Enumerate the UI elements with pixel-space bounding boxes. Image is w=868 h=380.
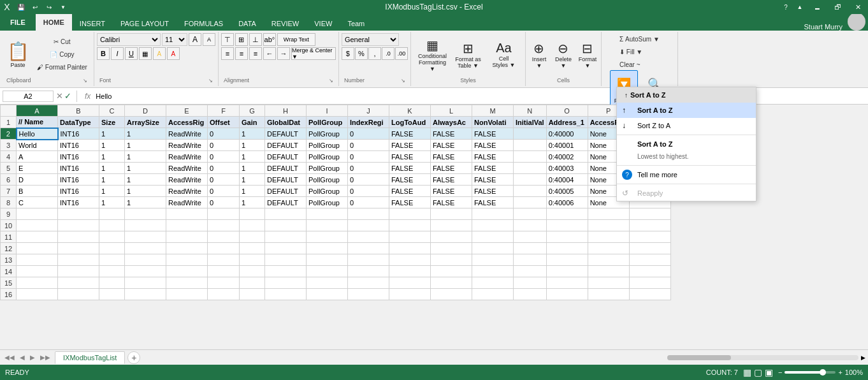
format-cells-button[interactable]: ⊟ Format ▼ bbox=[577, 34, 598, 75]
cell-G6[interactable]: 1 bbox=[240, 174, 265, 186]
underline-button[interactable]: U bbox=[125, 47, 138, 60]
cut-button[interactable]: ✂ Cut bbox=[34, 36, 90, 48]
delete-cells-button[interactable]: ⊖ Delete ▼ bbox=[553, 34, 574, 75]
italic-button[interactable]: I bbox=[111, 47, 124, 60]
cell-B8[interactable]: INT16 bbox=[58, 197, 99, 208]
cell-O5[interactable]: 0:40003 bbox=[546, 163, 588, 174]
cell-H2[interactable]: DEFAULT bbox=[265, 128, 307, 140]
font-color-button[interactable]: A bbox=[167, 47, 180, 60]
conditional-formatting-button[interactable]: ▦ ConditionalFormatting ▼ bbox=[416, 34, 449, 75]
col-header-F[interactable]: F bbox=[208, 105, 240, 117]
cancel-formula-button[interactable]: ✕ bbox=[56, 91, 63, 101]
cell-L4[interactable]: FALSE bbox=[431, 151, 472, 163]
font-family-select[interactable]: Calibri bbox=[97, 33, 161, 46]
cell-F4[interactable]: 0 bbox=[208, 151, 240, 163]
cell-L7[interactable]: FALSE bbox=[431, 186, 472, 197]
bottom-align-button[interactable]: ⊥ bbox=[249, 33, 262, 46]
col-header-O[interactable]: O bbox=[546, 105, 588, 117]
confirm-formula-button[interactable]: ✓ bbox=[64, 91, 71, 101]
cell-A5[interactable]: E bbox=[17, 163, 58, 174]
cell-I7[interactable]: PollGroup bbox=[307, 186, 348, 197]
font-size-select[interactable]: 11 bbox=[162, 33, 187, 46]
cell-N5[interactable] bbox=[514, 163, 547, 174]
cell-M7[interactable]: FALSE bbox=[472, 186, 514, 197]
cell-J8[interactable]: 0 bbox=[348, 197, 389, 208]
currency-button[interactable]: $ bbox=[342, 47, 354, 60]
cell-D2[interactable]: 1 bbox=[125, 128, 166, 140]
bold-button[interactable]: B bbox=[97, 47, 110, 60]
cell-J3[interactable]: 0 bbox=[348, 140, 389, 151]
restore-window-button[interactable]: 🗗 bbox=[827, 0, 848, 14]
help-button[interactable]: ? bbox=[779, 0, 793, 14]
col-header-K[interactable]: K bbox=[389, 105, 431, 117]
col-header-M[interactable]: M bbox=[472, 105, 514, 117]
cell-A1[interactable]: // Name bbox=[17, 117, 58, 128]
h-scrollbar-track[interactable] bbox=[667, 355, 858, 360]
tab-home[interactable]: HOME bbox=[36, 14, 72, 31]
cell-G1[interactable]: Gain bbox=[240, 117, 265, 128]
cell-M8[interactable]: FALSE bbox=[472, 197, 514, 208]
cell-O4[interactable]: 0:40002 bbox=[546, 151, 588, 163]
h-scrollbar-thumb[interactable] bbox=[667, 355, 731, 360]
cell-N6[interactable] bbox=[514, 174, 547, 186]
cell-H3[interactable]: DEFAULT bbox=[265, 140, 307, 151]
normal-view-button[interactable]: ▦ bbox=[743, 367, 751, 377]
percent-button[interactable]: % bbox=[355, 47, 368, 60]
cell-N4[interactable] bbox=[514, 151, 547, 163]
cell-G7[interactable]: 1 bbox=[240, 186, 265, 197]
cell-K2[interactable]: FALSE bbox=[389, 128, 431, 140]
cell-G2[interactable]: 1 bbox=[240, 128, 265, 140]
cell-A2[interactable]: Hello bbox=[17, 128, 58, 140]
cell-A10[interactable] bbox=[17, 220, 58, 231]
align-right-button[interactable]: ≡ bbox=[249, 47, 262, 60]
zoom-slider-thumb[interactable] bbox=[820, 369, 826, 376]
cell-I8[interactable]: PollGroup bbox=[307, 197, 348, 208]
cell-G5[interactable]: 1 bbox=[240, 163, 265, 174]
col-header-B[interactable]: B bbox=[58, 105, 99, 117]
cell-I1[interactable]: PollGroup bbox=[307, 117, 348, 128]
scroll-right-arrow[interactable]: ▶ bbox=[861, 354, 865, 361]
minimize-window-button[interactable]: 🗕 bbox=[807, 0, 827, 14]
tab-page-layout[interactable]: PAGE LAYOUT bbox=[113, 17, 177, 31]
cell-C3[interactable]: 1 bbox=[99, 140, 125, 151]
cell-M2[interactable]: FALSE bbox=[472, 128, 514, 140]
cell-F5[interactable]: 0 bbox=[208, 163, 240, 174]
col-header-J[interactable]: J bbox=[348, 105, 389, 117]
cell-K4[interactable]: FALSE bbox=[389, 151, 431, 163]
fill-button[interactable]: ⬇ Fill ▼ bbox=[617, 46, 645, 57]
page-break-view-button[interactable]: ▣ bbox=[765, 367, 773, 377]
cell-E4[interactable]: ReadWrite bbox=[166, 151, 208, 163]
cell-J4[interactable]: 0 bbox=[348, 151, 389, 163]
sheet-nav-last[interactable]: ▶▶ bbox=[38, 354, 52, 361]
cell-A9[interactable] bbox=[17, 208, 58, 220]
cell-H5[interactable]: DEFAULT bbox=[265, 163, 307, 174]
col-header-E[interactable]: E bbox=[166, 105, 208, 117]
cell-L5[interactable]: FALSE bbox=[431, 163, 472, 174]
fill-color-button[interactable]: A bbox=[153, 47, 166, 60]
copy-button[interactable]: 📄 Copy bbox=[34, 49, 90, 61]
cell-H6[interactable]: DEFAULT bbox=[265, 174, 307, 186]
cell-N8[interactable] bbox=[514, 197, 547, 208]
sort-z-to-a-item[interactable]: ↓ Sort Z to A bbox=[617, 118, 756, 133]
wrap-text-area[interactable]: Wrap Text bbox=[277, 33, 315, 46]
cell-C6[interactable]: 1 bbox=[99, 174, 125, 186]
cell-G8[interactable]: 1 bbox=[240, 197, 265, 208]
tab-review[interactable]: REVIEW bbox=[264, 17, 307, 31]
cell-H4[interactable]: DEFAULT bbox=[265, 151, 307, 163]
cell-D4[interactable]: 1 bbox=[125, 151, 166, 163]
cell-L2[interactable]: FALSE bbox=[431, 128, 472, 140]
col-header-G[interactable]: G bbox=[240, 105, 265, 117]
cell-B4[interactable]: INT16 bbox=[58, 151, 99, 163]
sheet-nav-first[interactable]: ◀◀ bbox=[3, 354, 17, 361]
cell-E2[interactable]: ReadWrite bbox=[166, 128, 208, 140]
align-center-button[interactable]: ≡ bbox=[235, 47, 248, 60]
redo-button[interactable]: ↪ bbox=[42, 0, 56, 14]
cell-O2[interactable]: 0:40000 bbox=[546, 128, 588, 140]
cell-N7[interactable] bbox=[514, 186, 547, 197]
cell-H8[interactable]: DEFAULT bbox=[265, 197, 307, 208]
sort-a-to-z-detail-item[interactable]: Sort A to Z Lowest to highest. bbox=[617, 136, 756, 164]
cell-I4[interactable]: PollGroup bbox=[307, 151, 348, 163]
cell-I5[interactable]: PollGroup bbox=[307, 163, 348, 174]
cell-B7[interactable]: INT16 bbox=[58, 186, 99, 197]
merge-center-button[interactable]: Merge & Center ▼ bbox=[291, 47, 336, 60]
